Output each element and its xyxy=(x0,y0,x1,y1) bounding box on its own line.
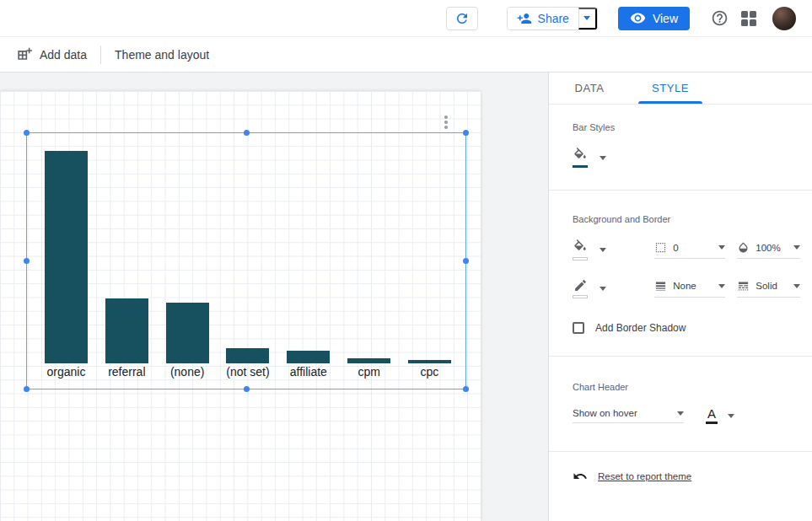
bar-none[interactable] xyxy=(166,303,209,363)
dashed-square-icon xyxy=(654,241,667,254)
border-style-select[interactable]: Solid xyxy=(737,280,800,298)
bar-label: referral xyxy=(108,365,145,379)
bar-chart[interactable]: organicreferral(none)(not set)affiliatec… xyxy=(45,151,451,363)
report-toolbar: Add data Theme and layout xyxy=(0,37,812,73)
corner-radius-value: 0 xyxy=(673,243,718,253)
bar-column: cpm xyxy=(347,151,390,363)
report-canvas[interactable]: organicreferral(none)(not set)affiliatec… xyxy=(0,91,481,521)
bar-column: affiliate xyxy=(287,151,330,363)
section-background-border: Background and Border 0 xyxy=(549,191,812,357)
header-visibility-select[interactable]: Show on hover xyxy=(573,408,684,423)
share-button-group: Share xyxy=(507,7,598,30)
font-color-icon: A xyxy=(706,407,718,424)
pen-icon xyxy=(573,278,588,293)
view-button-label: View xyxy=(653,12,678,25)
selection-handle[interactable] xyxy=(244,130,250,136)
chevron-down-icon xyxy=(793,245,800,250)
chevron-down-icon xyxy=(600,156,606,160)
chevron-down-icon xyxy=(677,411,684,416)
top-app-bar: Share View xyxy=(0,0,812,37)
corner-radius-select[interactable]: 0 xyxy=(654,241,725,259)
chevron-down-icon xyxy=(600,287,606,291)
border-color-button[interactable] xyxy=(573,278,629,298)
border-weight-value: None xyxy=(673,281,718,291)
bar-not-set[interactable] xyxy=(226,348,269,363)
add-data-label: Add data xyxy=(40,48,87,62)
section-title: Background and Border xyxy=(573,214,800,224)
selection-handle[interactable] xyxy=(24,130,30,136)
add-data-button[interactable]: Add data xyxy=(15,46,87,63)
paint-bucket-icon xyxy=(573,148,588,163)
section-bar-styles: Bar Styles xyxy=(549,105,812,191)
help-button[interactable] xyxy=(711,9,729,27)
section-title: Chart Header xyxy=(573,382,800,392)
selection-handle[interactable] xyxy=(463,258,469,264)
toolbar-divider xyxy=(100,46,101,64)
selection-handle[interactable] xyxy=(244,386,250,392)
border-shadow-checkbox-row[interactable]: Add Border Shadow xyxy=(573,322,800,334)
share-button[interactable]: Share xyxy=(508,8,578,30)
selection-handle[interactable] xyxy=(463,386,469,392)
droplet-icon xyxy=(737,241,750,254)
header-font-color-button[interactable]: A xyxy=(706,407,734,424)
reset-link-label: Reset to report theme xyxy=(598,471,691,481)
view-button[interactable]: View xyxy=(618,7,690,30)
border-shadow-checkbox[interactable] xyxy=(573,322,584,334)
tab-style[interactable]: STYLE xyxy=(630,73,711,104)
refresh-icon xyxy=(454,11,470,26)
bar-label: cpc xyxy=(421,365,439,379)
chevron-down-icon xyxy=(718,284,725,288)
bar-label: organic xyxy=(47,365,86,379)
bar-column: organic xyxy=(45,151,88,363)
bar-referral[interactable] xyxy=(105,298,148,363)
section-reset: Reset to report theme xyxy=(549,452,812,506)
bar-column: cpc xyxy=(408,151,451,363)
workspace: organicreferral(none)(not set)affiliatec… xyxy=(0,73,812,521)
apps-grid-button[interactable] xyxy=(741,11,756,26)
opacity-select[interactable]: 100% xyxy=(737,241,800,259)
apps-grid-icon xyxy=(741,11,756,26)
line-weight-icon xyxy=(654,280,667,293)
border-weight-select[interactable]: None xyxy=(654,280,725,298)
bar-affiliate[interactable] xyxy=(287,351,330,363)
chevron-down-icon xyxy=(583,16,590,20)
panel-tabs: DATA STYLE xyxy=(549,73,812,105)
bar-label: cpm xyxy=(358,365,379,379)
add-data-icon xyxy=(15,46,32,63)
help-icon xyxy=(711,9,729,27)
undo-icon xyxy=(573,469,588,484)
selection-handle[interactable] xyxy=(463,130,469,136)
chevron-down-icon xyxy=(600,248,606,252)
bar-column: (none) xyxy=(166,151,209,363)
line-style-icon xyxy=(737,280,750,293)
chevron-down-icon xyxy=(718,245,725,250)
bar-organic[interactable] xyxy=(45,151,88,363)
selection-handle[interactable] xyxy=(24,258,30,264)
share-button-label: Share xyxy=(538,12,569,25)
bar-cpc[interactable] xyxy=(408,360,451,363)
chart-options-menu[interactable] xyxy=(442,113,450,132)
chevron-down-icon xyxy=(728,414,734,418)
vertical-dots-icon xyxy=(444,115,448,119)
background-color-button[interactable] xyxy=(573,239,629,260)
properties-panel: DATA STYLE Bar Styles Backgroun xyxy=(548,73,812,521)
bar-label: (not set) xyxy=(226,365,269,379)
avatar[interactable] xyxy=(772,7,796,30)
selection-handle[interactable] xyxy=(24,386,30,392)
header-visibility-value: Show on hover xyxy=(573,408,677,418)
bar-fill-color-button[interactable] xyxy=(573,148,633,168)
bar-color-swatch xyxy=(573,165,588,168)
chart-selection-frame[interactable]: organicreferral(none)(not set)affiliatec… xyxy=(26,132,466,389)
border-style-value: Solid xyxy=(756,281,793,291)
bar-column: (not set) xyxy=(226,151,269,363)
bar-column: referral xyxy=(105,151,148,363)
opacity-value: 100% xyxy=(756,243,793,253)
paint-bucket-icon xyxy=(573,239,588,255)
theme-and-layout-button[interactable]: Theme and layout xyxy=(115,48,209,62)
tab-data[interactable]: DATA xyxy=(549,73,630,104)
bar-cpm[interactable] xyxy=(347,358,390,363)
reset-theme-link[interactable]: Reset to report theme xyxy=(573,469,800,484)
refresh-button[interactable] xyxy=(446,7,478,30)
share-menu-button[interactable] xyxy=(578,8,597,30)
chevron-down-icon xyxy=(793,284,800,288)
